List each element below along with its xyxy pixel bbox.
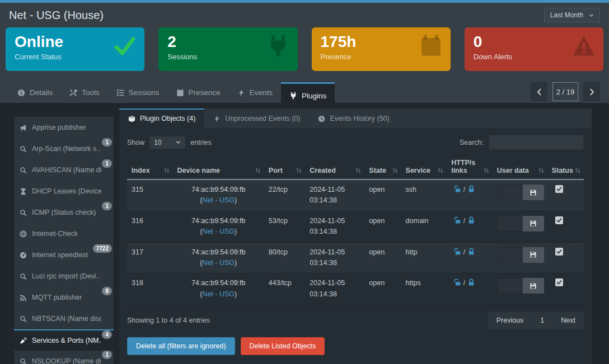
cell-user-data — [493, 242, 547, 273]
status-card: 175h Presence — [312, 27, 451, 71]
cell-port: 53/tcp — [264, 211, 305, 242]
sidebar-item-label: Arp-Scan (Network s… — [32, 145, 101, 153]
table-controls: Show 10 entries Search: — [127, 135, 584, 150]
column-header[interactable]: State — [364, 157, 401, 179]
sidebar-plugin-item[interactable]: MQTT publisher 8 — [14, 287, 114, 308]
megaphone-icon — [20, 124, 27, 131]
column-header[interactable]: Index — [127, 157, 173, 179]
cell-http-links: / — [447, 179, 493, 211]
delete-listed-button[interactable]: Delete Listed Objects — [241, 337, 325, 355]
cell-user-data — [493, 273, 547, 305]
table-search-input[interactable] — [489, 135, 584, 150]
sidebar-item-label: Internet speedtest — [32, 251, 88, 259]
sidebar-plugin-item[interactable]: NSLOOKUP (Name di… 1 — [14, 351, 114, 364]
save-user-data-button[interactable] — [523, 247, 544, 263]
chevron-down-icon — [589, 13, 594, 18]
device-link[interactable]: Net - USG — [202, 196, 235, 204]
period-label: Last Month — [550, 11, 583, 19]
tools-icon — [69, 89, 77, 97]
check-icon — [556, 249, 562, 254]
https-lock-icon[interactable] — [467, 185, 475, 193]
save-user-data-button[interactable] — [523, 185, 544, 200]
cell-service: http — [401, 242, 447, 273]
device-tab[interactable]: Plugins — [281, 82, 335, 107]
column-header[interactable]: Service — [401, 157, 447, 179]
gauge-icon — [20, 252, 27, 259]
user-data-input[interactable] — [497, 216, 523, 231]
status-checkbox[interactable] — [555, 248, 563, 256]
device-mac: 74:ac:b9:54:09:fb — [177, 185, 260, 195]
device-tab[interactable]: Details — [9, 82, 61, 103]
https-lock-icon[interactable] — [467, 216, 475, 224]
user-data-input[interactable] — [497, 185, 523, 200]
plugin-tab[interactable]: Unprocessed Events (0) — [204, 108, 309, 128]
check-icon — [556, 186, 562, 192]
delete-all-button[interactable]: Delete all (filters are ignored) — [127, 337, 235, 355]
pagination: Previous 1 Next — [488, 312, 584, 329]
cell-port: 22/tcp — [264, 179, 305, 211]
created-date: 2024-11-05 — [310, 278, 360, 289]
sidebar-plugin-item[interactable]: Services & Ports (NM… 4 — [14, 329, 114, 351]
user-data-input[interactable] — [497, 278, 523, 294]
device-link[interactable]: Net - USG — [202, 228, 235, 235]
device-tab[interactable]: Sessions — [108, 82, 168, 103]
http-unlock-icon[interactable] — [453, 248, 461, 256]
status-checkbox[interactable] — [555, 216, 563, 224]
save-user-data-button[interactable] — [523, 216, 544, 231]
save-user-data-button[interactable] — [523, 278, 544, 294]
user-data-input[interactable] — [497, 247, 523, 263]
page-number-button[interactable]: 1 — [532, 312, 552, 329]
next-page-button[interactable]: Next — [552, 312, 584, 329]
count-badge: 1 — [102, 202, 112, 210]
warning-icon — [572, 34, 596, 58]
https-lock-icon[interactable] — [467, 278, 475, 286]
device-next-button[interactable] — [583, 82, 600, 101]
sidebar-plugin-item[interactable]: Arp-Scan (Network s… 1 — [14, 138, 114, 159]
column-header[interactable]: Created — [305, 157, 364, 179]
plugin-tab[interactable]: Plugin Objects (4) — [119, 108, 204, 128]
device-link-wrap: Net - USG — [177, 258, 260, 268]
http-unlock-icon[interactable] — [453, 185, 461, 193]
sidebar-plugin-item[interactable]: NBTSCAN (Name disc… — [14, 308, 114, 329]
column-header[interactable]: Port — [264, 157, 305, 179]
links-separator: / — [463, 279, 465, 287]
cell-state: open — [364, 242, 401, 273]
sidebar-plugin-item[interactable]: Luci rpc import (Devi… — [14, 266, 114, 287]
sidebar-plugin-item[interactable]: DHCP Leases (Device … — [14, 181, 114, 202]
plugin-tabs: Plugin Objects (4) Unprocessed Events (0… — [119, 108, 592, 128]
status-checkbox[interactable] — [555, 278, 563, 286]
period-selector[interactable]: Last Month — [544, 8, 600, 22]
http-unlock-icon[interactable] — [453, 278, 461, 286]
column-header[interactable]: Device name — [173, 157, 264, 179]
device-link-wrap: Net - USG — [177, 289, 260, 300]
previous-page-button[interactable]: Previous — [488, 312, 532, 329]
column-header[interactable]: User data — [493, 157, 547, 179]
device-link[interactable]: Net - USG — [202, 290, 235, 298]
sidebar-plugin-item[interactable]: AVAHISCAN (Name di… 1 — [14, 159, 114, 181]
sidebar-plugin-item[interactable]: Internet-Check — [14, 223, 114, 244]
sidebar-item-label: MQTT publisher — [32, 294, 82, 301]
device-tab[interactable]: Tools — [61, 82, 108, 103]
column-header[interactable]: HTTP/s links — [447, 157, 493, 179]
sidebar-plugin-item[interactable]: Apprise publisher — [14, 117, 114, 138]
device-link[interactable]: Net - USG — [202, 259, 235, 267]
plugin-tab[interactable]: Events History (50) — [309, 108, 398, 128]
page-size-select[interactable]: 10 — [149, 136, 186, 149]
status-checkbox[interactable] — [555, 185, 563, 193]
user-data-group — [497, 247, 544, 263]
sidebar-plugin-item[interactable]: ICMP (Status check) 1 — [14, 202, 114, 223]
device-link-wrap: Net - USG — [177, 195, 260, 206]
show-label: Show — [127, 139, 144, 146]
table-footer: Showing 1 to 4 of 4 entries Previous 1 N… — [127, 312, 584, 329]
http-unlock-icon[interactable] — [453, 216, 461, 224]
cell-http-links: / — [447, 242, 493, 273]
cell-status — [547, 242, 584, 273]
device-prev-button[interactable] — [531, 82, 547, 101]
device-tab[interactable]: Presence — [168, 82, 229, 103]
device-tab[interactable]: Events — [229, 82, 281, 103]
sidebar-plugin-item[interactable]: Internet speedtest 7722 — [14, 244, 114, 266]
sort-icon — [538, 167, 545, 174]
https-lock-icon[interactable] — [467, 248, 475, 256]
column-header[interactable]: Status — [547, 157, 584, 179]
tab-label: Details — [30, 88, 53, 97]
